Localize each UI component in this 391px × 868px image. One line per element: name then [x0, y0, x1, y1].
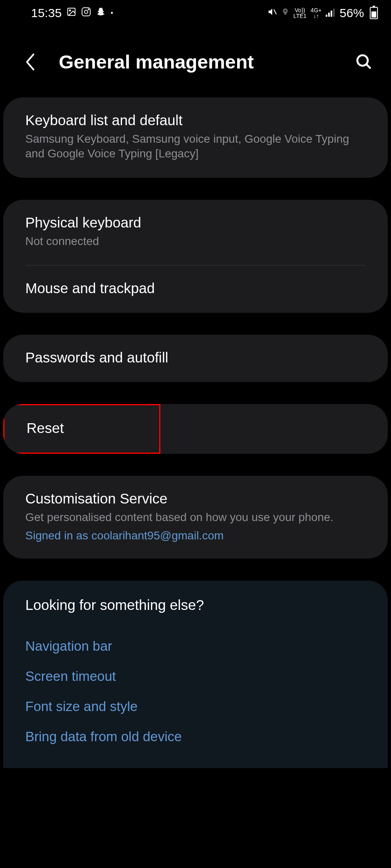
suggestions-title: Looking for something else? — [25, 597, 366, 613]
page-title: General management — [59, 51, 353, 73]
item-customisation-service[interactable]: Customisation Service Get personalised c… — [3, 476, 388, 558]
card-passwords-autofill: Passwords and autofill — [3, 335, 388, 382]
item-subtitle: Get personalised content based on how yo… — [25, 510, 366, 525]
item-title: Mouse and trackpad — [25, 280, 366, 296]
highlight-reset: Reset — [3, 404, 160, 454]
item-passwords-autofill[interactable]: Passwords and autofill — [3, 335, 388, 382]
signal-icon — [326, 7, 335, 20]
lte-icon: LTE1 — [293, 13, 307, 19]
suggestion-font-size-style[interactable]: Font size and style — [25, 691, 366, 722]
svg-rect-9 — [333, 9, 335, 17]
card-physical-input: Physical keyboard Not connected Mouse an… — [3, 200, 388, 313]
status-time: 15:35 — [31, 6, 62, 20]
location-icon — [281, 7, 289, 20]
item-title: Passwords and autofill — [25, 349, 366, 366]
item-subtitle: Not connected — [25, 234, 366, 249]
status-left: 15:35 • — [31, 6, 113, 20]
svg-point-1 — [69, 10, 71, 11]
item-title: Reset — [27, 420, 64, 436]
card-reset: Reset — [3, 404, 388, 454]
gallery-icon — [67, 7, 76, 19]
item-signed-in-link[interactable]: Signed in as coolarihant95@gmail.com — [25, 529, 366, 542]
item-keyboard-list-default[interactable]: Keyboard list and default Samsung Keyboa… — [3, 97, 388, 178]
instagram-icon — [81, 7, 91, 19]
item-title: Physical keyboard — [25, 214, 366, 231]
status-bar: 15:35 • Vo)) LTE1 4G+ ↓↑ 56% — [0, 0, 391, 26]
volte-icon: Vo)) — [295, 7, 305, 13]
back-button[interactable] — [20, 51, 41, 73]
card-customisation-service: Customisation Service Get personalised c… — [3, 476, 388, 558]
svg-line-5 — [274, 9, 276, 14]
svg-point-3 — [84, 10, 88, 13]
dot-icon: • — [111, 9, 113, 18]
item-title: Customisation Service — [25, 490, 366, 507]
svg-rect-8 — [331, 11, 332, 17]
svg-rect-7 — [328, 13, 330, 17]
suggestion-screen-timeout[interactable]: Screen timeout — [25, 661, 366, 691]
card-suggestions: Looking for something else? Navigation b… — [3, 581, 388, 768]
network-4g-icon: 4G+ — [311, 7, 322, 13]
item-reset[interactable]: Reset — [4, 405, 86, 453]
battery-icon — [370, 7, 378, 19]
card-keyboard-default: Keyboard list and default Samsung Keyboa… — [3, 97, 388, 178]
data-arrows-icon: ↓↑ — [313, 13, 319, 19]
item-title: Keyboard list and default — [25, 112, 366, 128]
item-mouse-trackpad[interactable]: Mouse and trackpad — [3, 265, 388, 313]
item-subtitle: Samsung Keyboard, Samsung voice input, G… — [25, 132, 366, 161]
header: General management — [0, 26, 391, 97]
svg-rect-6 — [326, 15, 327, 17]
svg-line-11 — [367, 64, 370, 68]
snapchat-icon — [96, 7, 106, 19]
suggestion-navigation-bar[interactable]: Navigation bar — [25, 631, 366, 661]
item-physical-keyboard[interactable]: Physical keyboard Not connected — [3, 200, 388, 265]
battery-percent: 56% — [340, 6, 364, 20]
suggestion-bring-data[interactable]: Bring data from old device — [25, 722, 366, 752]
mute-icon — [267, 7, 277, 20]
status-right: Vo)) LTE1 4G+ ↓↑ 56% — [267, 6, 378, 20]
svg-point-4 — [88, 9, 89, 10]
search-button[interactable] — [353, 51, 375, 73]
